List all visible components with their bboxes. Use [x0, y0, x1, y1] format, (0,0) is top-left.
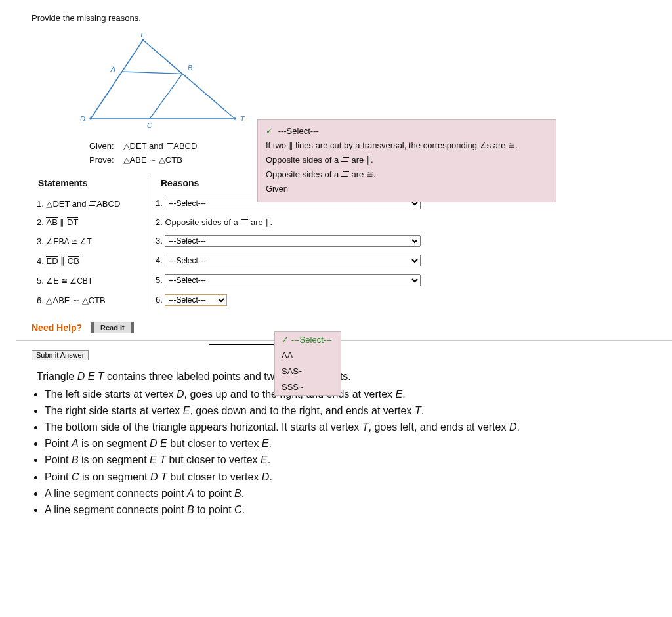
- callout-line: [209, 344, 274, 345]
- reason-option-1[interactable]: If two ∥ lines are cut by a transversal,…: [266, 138, 548, 153]
- statement-5: 5. ∠E ≅ ∠CBT: [32, 270, 150, 290]
- row6-option-3[interactable]: SSS~: [275, 379, 341, 395]
- reason-4-select[interactable]: ---Select---: [165, 255, 421, 266]
- figure-wrap: E A B D C T: [32, 28, 656, 135]
- given-label: Given:: [85, 140, 118, 152]
- reason-option-4[interactable]: Given: [266, 182, 548, 196]
- reason-6-select[interactable]: ---Select---: [165, 294, 227, 306]
- reason-2: 2. Opposite sides of a are ∥.: [150, 213, 427, 231]
- list-item: A line segment connects point A to point…: [45, 486, 656, 501]
- parallelogram-icon: [165, 143, 174, 148]
- list-item: The left side starts at vertex D, goes u…: [45, 387, 656, 402]
- table-row: 2. AB ∥ DT 2. Opposite sides of a are ∥.: [32, 213, 426, 231]
- reason-5: 5. ---Select---: [150, 270, 427, 290]
- list-item: Point C is on segment D T but closer to …: [45, 469, 656, 484]
- label-B: B: [188, 64, 192, 72]
- separator: [16, 340, 672, 341]
- prove-text: △ABE ∼ △CTB: [119, 154, 201, 166]
- label-E: E: [140, 33, 146, 39]
- submit-answer-button[interactable]: Submit Answer: [32, 350, 89, 360]
- reason-3-select[interactable]: ---Select---: [165, 235, 421, 247]
- label-C: C: [147, 121, 152, 129]
- reasons-dropdown-panel[interactable]: ✓ ---Select--- If two ∥ lines are cut by…: [257, 119, 556, 202]
- statement-3: 3. ∠EBA ≅ ∠T: [32, 231, 150, 251]
- list-item: A line segment connects point B to point…: [45, 502, 656, 517]
- table-row: 3. ∠EBA ≅ ∠T 3. ---Select---: [32, 231, 426, 251]
- reason-option-label: ---Select---: [278, 126, 319, 136]
- list-item: Point A is on segment D E but closer to …: [45, 436, 656, 451]
- svg-line-1: [150, 74, 182, 119]
- prove-label: Prove:: [85, 154, 118, 166]
- statement-2: 2. AB ∥ DT: [32, 213, 150, 231]
- reason-3: 3. ---Select---: [150, 231, 427, 251]
- triangle-figure: E A B D C T: [77, 33, 248, 132]
- svg-point-3: [234, 117, 236, 120]
- list-item: The right side starts at vertex E, goes …: [45, 403, 656, 418]
- statement-6: 6. △ABE ∼ △CTB: [32, 290, 150, 310]
- statement-1: 1. △DET and ABCD: [32, 194, 150, 213]
- row6-option-selected[interactable]: ✓ ---Select---: [275, 332, 341, 348]
- reason-option-selected[interactable]: ✓ ---Select---: [266, 124, 548, 138]
- need-help-row: Need Help? Read It: [32, 322, 656, 333]
- figure-description-list: The left side starts at vertex D, goes u…: [32, 387, 656, 518]
- table-row: 4. ED ∥ CB 4. ---Select---: [32, 251, 426, 270]
- check-icon: ✓: [282, 335, 289, 345]
- reason-6: 6. ---Select---: [150, 290, 427, 310]
- statements-header: Statements: [32, 174, 150, 194]
- label-A: A: [110, 65, 116, 73]
- svg-point-2: [89, 117, 92, 120]
- reason-option-3[interactable]: Opposite sides of a are ≅.: [266, 167, 548, 182]
- reason-5-select[interactable]: ---Select---: [165, 274, 421, 286]
- label-D: D: [80, 115, 85, 123]
- row6-option-2[interactable]: SAS~: [275, 364, 341, 379]
- table-row: 6. △ABE ∼ △CTB 6. ---Select---: [32, 290, 426, 310]
- check-icon: ✓: [266, 126, 273, 136]
- svg-line-0: [122, 72, 182, 74]
- statement-4: 4. ED ∥ CB: [32, 251, 150, 270]
- list-item: Point B is on segment E T but closer to …: [45, 452, 656, 467]
- table-row: 5. ∠E ≅ ∠CBT 5. ---Select---: [32, 270, 426, 290]
- read-it-button[interactable]: Read It: [91, 322, 134, 333]
- given-prove-block: Given: △DET and ABCD Prove: △ABE ∼ △CTB: [84, 138, 202, 167]
- label-T: T: [240, 115, 245, 123]
- list-item: The bottom side of the triangle appears …: [45, 419, 656, 435]
- row6-dropdown-panel[interactable]: ✓ ---Select--- AA SAS~ SSS~: [274, 331, 341, 396]
- reason-option-2[interactable]: Opposite sides of a are ∥.: [266, 153, 548, 167]
- question-prompt: Provide the missing reasons.: [32, 13, 656, 23]
- need-help-label: Need Help?: [32, 322, 82, 333]
- figure-description-intro: Triangle D E T contains three labeled po…: [37, 370, 656, 384]
- row6-option-1[interactable]: AA: [275, 348, 341, 364]
- svg-point-4: [142, 39, 144, 41]
- given-text: △DET and ABCD: [119, 140, 201, 152]
- reason-4: 4. ---Select---: [150, 251, 427, 270]
